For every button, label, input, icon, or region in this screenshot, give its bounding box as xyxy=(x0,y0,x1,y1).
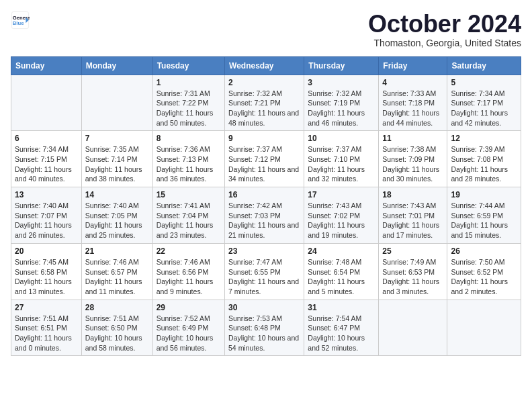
day-number: 28 xyxy=(85,303,149,312)
calendar-cell xyxy=(447,300,521,356)
day-number: 11 xyxy=(382,134,443,143)
calendar-cell: 10Sunrise: 7:37 AMSunset: 7:10 PMDayligh… xyxy=(304,131,379,187)
day-info: Sunrise: 7:51 AMSunset: 6:50 PMDaylight:… xyxy=(85,314,149,353)
calendar-week-4: 20Sunrise: 7:45 AMSunset: 6:58 PMDayligh… xyxy=(11,243,521,300)
day-number: 17 xyxy=(308,190,375,199)
day-number: 25 xyxy=(382,246,443,256)
day-number: 19 xyxy=(451,190,517,199)
calendar-cell: 17Sunrise: 7:43 AMSunset: 7:02 PMDayligh… xyxy=(304,187,379,244)
header-wednesday: Wednesday xyxy=(225,56,304,75)
calendar-cell xyxy=(379,300,447,356)
day-number: 12 xyxy=(451,134,517,143)
day-number: 27 xyxy=(15,303,78,312)
day-info: Sunrise: 7:47 AMSunset: 6:55 PMDaylight:… xyxy=(228,257,300,297)
logo: General Blue xyxy=(11,11,30,30)
calendar-cell: 4Sunrise: 7:33 AMSunset: 7:18 PMDaylight… xyxy=(379,75,447,131)
day-info: Sunrise: 7:53 AMSunset: 6:48 PMDaylight:… xyxy=(228,314,300,353)
title-block: October 2024 Thomaston, Georgia, United … xyxy=(368,11,521,48)
calendar-week-2: 6Sunrise: 7:34 AMSunset: 7:15 PMDaylight… xyxy=(11,131,521,187)
day-number: 8 xyxy=(157,134,221,143)
day-number: 23 xyxy=(228,246,300,256)
calendar-cell: 28Sunrise: 7:51 AMSunset: 6:50 PMDayligh… xyxy=(81,300,152,356)
day-number: 29 xyxy=(157,303,221,312)
day-info: Sunrise: 7:37 AMSunset: 7:12 PMDaylight:… xyxy=(228,144,300,184)
day-info: Sunrise: 7:32 AMSunset: 7:19 PMDaylight:… xyxy=(308,89,375,128)
day-info: Sunrise: 7:46 AMSunset: 6:56 PMDaylight:… xyxy=(157,257,221,297)
day-info: Sunrise: 7:33 AMSunset: 7:18 PMDaylight:… xyxy=(382,89,443,128)
day-info: Sunrise: 7:40 AMSunset: 7:07 PMDaylight:… xyxy=(15,201,78,240)
day-info: Sunrise: 7:51 AMSunset: 6:51 PMDaylight:… xyxy=(15,314,78,353)
calendar-cell: 2Sunrise: 7:32 AMSunset: 7:21 PMDaylight… xyxy=(225,75,304,131)
location: Thomaston, Georgia, United States xyxy=(368,38,521,48)
calendar-table: SundayMondayTuesdayWednesdayThursdayFrid… xyxy=(11,56,521,357)
day-number: 3 xyxy=(308,78,375,87)
day-info: Sunrise: 7:39 AMSunset: 7:08 PMDaylight:… xyxy=(451,144,517,184)
day-number: 24 xyxy=(308,246,375,256)
header-monday: Monday xyxy=(81,56,152,75)
header-saturday: Saturday xyxy=(447,56,521,75)
day-info: Sunrise: 7:38 AMSunset: 7:09 PMDaylight:… xyxy=(382,144,443,184)
calendar-cell: 6Sunrise: 7:34 AMSunset: 7:15 PMDaylight… xyxy=(11,131,82,187)
day-info: Sunrise: 7:42 AMSunset: 7:03 PMDaylight:… xyxy=(228,201,300,240)
svg-text:Blue: Blue xyxy=(13,20,24,26)
day-number: 30 xyxy=(228,303,300,312)
day-number: 15 xyxy=(157,190,221,199)
calendar-cell: 20Sunrise: 7:45 AMSunset: 6:58 PMDayligh… xyxy=(11,243,82,300)
day-info: Sunrise: 7:46 AMSunset: 6:57 PMDaylight:… xyxy=(85,257,149,297)
day-info: Sunrise: 7:50 AMSunset: 6:52 PMDaylight:… xyxy=(451,257,517,297)
day-number: 7 xyxy=(85,134,149,143)
month-title: October 2024 xyxy=(368,11,521,38)
day-info: Sunrise: 7:45 AMSunset: 6:58 PMDaylight:… xyxy=(15,257,78,297)
calendar-cell: 13Sunrise: 7:40 AMSunset: 7:07 PMDayligh… xyxy=(11,187,82,244)
calendar-cell: 8Sunrise: 7:36 AMSunset: 7:13 PMDaylight… xyxy=(152,131,224,187)
day-number: 5 xyxy=(451,78,517,87)
header-row: SundayMondayTuesdayWednesdayThursdayFrid… xyxy=(11,56,521,75)
day-info: Sunrise: 7:41 AMSunset: 7:04 PMDaylight:… xyxy=(157,201,221,240)
header-thursday: Thursday xyxy=(304,56,379,75)
calendar-cell: 7Sunrise: 7:35 AMSunset: 7:14 PMDaylight… xyxy=(81,131,152,187)
day-info: Sunrise: 7:34 AMSunset: 7:15 PMDaylight:… xyxy=(15,144,78,184)
day-number: 4 xyxy=(382,78,443,87)
day-info: Sunrise: 7:31 AMSunset: 7:22 PMDaylight:… xyxy=(157,89,221,128)
calendar-cell: 11Sunrise: 7:38 AMSunset: 7:09 PMDayligh… xyxy=(379,131,447,187)
calendar-week-5: 27Sunrise: 7:51 AMSunset: 6:51 PMDayligh… xyxy=(11,300,521,356)
page-header: General Blue October 2024 Thomaston, Geo… xyxy=(11,11,521,48)
calendar-cell: 30Sunrise: 7:53 AMSunset: 6:48 PMDayligh… xyxy=(225,300,304,356)
header-tuesday: Tuesday xyxy=(152,56,224,75)
calendar-cell: 22Sunrise: 7:46 AMSunset: 6:56 PMDayligh… xyxy=(152,243,224,300)
calendar-cell: 9Sunrise: 7:37 AMSunset: 7:12 PMDaylight… xyxy=(225,131,304,187)
calendar-cell xyxy=(81,75,152,131)
day-number: 9 xyxy=(228,134,300,143)
day-info: Sunrise: 7:35 AMSunset: 7:14 PMDaylight:… xyxy=(85,144,149,184)
day-number: 6 xyxy=(15,134,78,143)
day-number: 21 xyxy=(85,246,149,256)
calendar-cell: 23Sunrise: 7:47 AMSunset: 6:55 PMDayligh… xyxy=(225,243,304,300)
calendar-cell: 21Sunrise: 7:46 AMSunset: 6:57 PMDayligh… xyxy=(81,243,152,300)
calendar-cell: 14Sunrise: 7:40 AMSunset: 7:05 PMDayligh… xyxy=(81,187,152,244)
day-info: Sunrise: 7:43 AMSunset: 7:01 PMDaylight:… xyxy=(382,201,443,240)
day-info: Sunrise: 7:37 AMSunset: 7:10 PMDaylight:… xyxy=(308,144,375,184)
calendar-cell: 15Sunrise: 7:41 AMSunset: 7:04 PMDayligh… xyxy=(152,187,224,244)
day-number: 26 xyxy=(451,246,517,256)
calendar-cell: 1Sunrise: 7:31 AMSunset: 7:22 PMDaylight… xyxy=(152,75,224,131)
day-number: 2 xyxy=(228,78,300,87)
header-friday: Friday xyxy=(379,56,447,75)
calendar-week-1: 1Sunrise: 7:31 AMSunset: 7:22 PMDaylight… xyxy=(11,75,521,131)
calendar-cell xyxy=(11,75,82,131)
day-number: 14 xyxy=(85,190,149,199)
day-info: Sunrise: 7:32 AMSunset: 7:21 PMDaylight:… xyxy=(228,89,300,128)
day-number: 18 xyxy=(382,190,443,199)
calendar-cell: 19Sunrise: 7:44 AMSunset: 6:59 PMDayligh… xyxy=(447,187,521,244)
day-info: Sunrise: 7:44 AMSunset: 6:59 PMDaylight:… xyxy=(451,201,517,240)
day-number: 10 xyxy=(308,134,375,143)
calendar-cell: 18Sunrise: 7:43 AMSunset: 7:01 PMDayligh… xyxy=(379,187,447,244)
day-info: Sunrise: 7:40 AMSunset: 7:05 PMDaylight:… xyxy=(85,201,149,240)
logo-icon: General Blue xyxy=(11,11,30,30)
calendar-cell: 29Sunrise: 7:52 AMSunset: 6:49 PMDayligh… xyxy=(152,300,224,356)
day-number: 1 xyxy=(157,78,221,87)
calendar-cell: 31Sunrise: 7:54 AMSunset: 6:47 PMDayligh… xyxy=(304,300,379,356)
day-number: 31 xyxy=(308,303,375,312)
calendar-cell: 12Sunrise: 7:39 AMSunset: 7:08 PMDayligh… xyxy=(447,131,521,187)
day-number: 22 xyxy=(157,246,221,256)
day-info: Sunrise: 7:43 AMSunset: 7:02 PMDaylight:… xyxy=(308,201,375,240)
